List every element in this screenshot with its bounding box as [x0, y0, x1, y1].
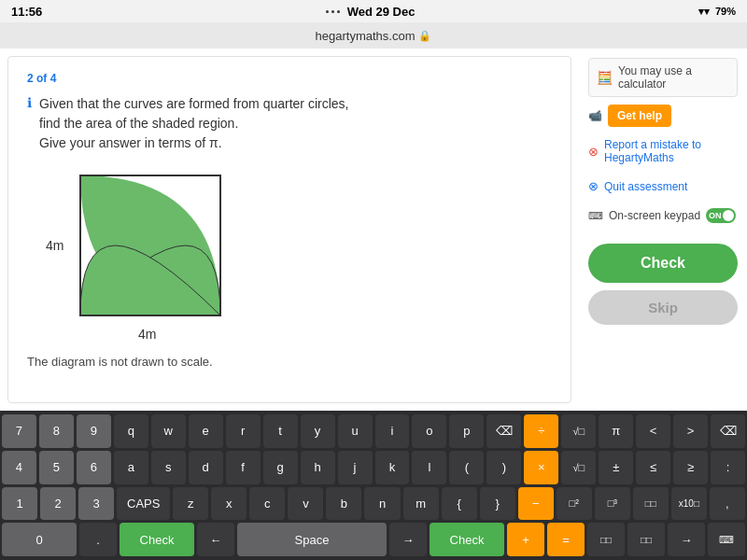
- kb-row-1: 7 8 9 q w e r t y u i o p ⌫ ÷ √□ π < > ⌫: [2, 414, 745, 448]
- key-9[interactable]: 9: [77, 414, 111, 448]
- key-4[interactable]: 4: [2, 451, 36, 484]
- key-h[interactable]: h: [301, 451, 335, 484]
- key-multiply[interactable]: ×: [524, 451, 558, 484]
- key-lt[interactable]: <: [636, 414, 670, 448]
- report-link[interactable]: ⊗ Report a mistake to HegartyMaths: [588, 134, 738, 168]
- toggle-on-label: ON: [709, 211, 722, 220]
- get-help-button[interactable]: Get help: [608, 105, 671, 127]
- keypad-toggle-row: ⌨ On-screen keypad ON: [588, 204, 738, 227]
- key-k[interactable]: k: [375, 451, 410, 484]
- key-o[interactable]: o: [412, 414, 446, 448]
- key-5[interactable]: 5: [39, 451, 74, 484]
- keypad-icon: ⌨: [588, 210, 603, 222]
- key-comma[interactable]: ,: [710, 487, 745, 521]
- key-frac2[interactable]: □□: [627, 523, 665, 556]
- key-6[interactable]: 6: [77, 451, 111, 484]
- key-d[interactable]: d: [189, 451, 223, 484]
- key-a[interactable]: a: [114, 451, 148, 484]
- key-equals[interactable]: =: [547, 523, 585, 556]
- key-sq3[interactable]: □³: [595, 487, 630, 521]
- key-x[interactable]: x: [211, 487, 247, 521]
- key-t[interactable]: t: [263, 414, 298, 448]
- key-arrow-left[interactable]: ←: [197, 523, 234, 556]
- key-g[interactable]: g: [263, 451, 298, 484]
- key-close-paren[interactable]: ): [486, 451, 521, 484]
- video-icon: 📹: [588, 109, 602, 122]
- key-space[interactable]: Space: [237, 523, 387, 556]
- key-u[interactable]: u: [338, 414, 373, 448]
- key-sq2[interactable]: □²: [557, 487, 592, 521]
- status-day: Wed 29 Dec: [347, 5, 416, 19]
- key-sqrt-box[interactable]: √□: [561, 414, 596, 448]
- quit-link[interactable]: ⊗ Quit assessment: [588, 175, 738, 197]
- key-8[interactable]: 8: [39, 414, 74, 448]
- status-right: ▾▾ 79%: [698, 6, 736, 18]
- key-arrow-right[interactable]: →: [389, 523, 427, 556]
- key-f[interactable]: f: [226, 451, 261, 484]
- key-7[interactable]: 7: [2, 414, 36, 448]
- key-check-right[interactable]: Check: [430, 523, 504, 556]
- key-caps[interactable]: CAPS: [117, 487, 170, 521]
- battery-level: 79%: [715, 6, 736, 17]
- key-keyboard-icon[interactable]: ⌨: [708, 523, 745, 556]
- key-pi[interactable]: π: [599, 414, 633, 448]
- key-w[interactable]: w: [151, 414, 186, 448]
- key-m[interactable]: m: [403, 487, 439, 521]
- key-plusminus[interactable]: ±: [599, 451, 633, 484]
- key-backspace-1[interactable]: ⌫: [486, 414, 521, 448]
- right-panel: 🧮 You may use a calculator 📹 Get help ⊗ …: [579, 49, 747, 411]
- keypad-toggle-switch[interactable]: ON: [706, 208, 736, 223]
- kb-row-3: 1 2 3 CAPS z x c v b n m { } − □² □³ □□ …: [2, 487, 745, 521]
- key-geq[interactable]: ≥: [673, 451, 708, 484]
- key-z[interactable]: z: [173, 487, 208, 521]
- question-text: ℹ Given that the curves are formed from …: [27, 94, 552, 153]
- key-x10[interactable]: x10□: [671, 487, 707, 521]
- key-arrow-right-2[interactable]: →: [668, 523, 705, 556]
- key-plus[interactable]: +: [507, 523, 544, 556]
- key-r[interactable]: r: [226, 414, 261, 448]
- question-counter: 2 of 4: [27, 72, 552, 85]
- key-divide[interactable]: ÷: [524, 414, 558, 448]
- key-check-left[interactable]: Check: [120, 523, 194, 556]
- question-line2: find the area of the shaded region.: [39, 114, 348, 133]
- url-text: hegartymaths.com: [316, 29, 416, 43]
- question-line1: Given that the curves are formed from qu…: [39, 94, 348, 114]
- key-close-brace[interactable]: }: [480, 487, 515, 521]
- key-colon[interactable]: :: [711, 451, 745, 484]
- key-backspace-2[interactable]: ⌫: [711, 414, 745, 448]
- key-leq[interactable]: ≤: [636, 451, 670, 484]
- key-gt[interactable]: >: [673, 414, 708, 448]
- report-icon: ⊗: [588, 145, 599, 159]
- key-0[interactable]: 0: [2, 523, 77, 556]
- diagram-area: 4m: [46, 166, 230, 342]
- check-button-main[interactable]: Check: [588, 244, 738, 283]
- key-l[interactable]: l: [412, 451, 446, 484]
- key-q[interactable]: q: [114, 414, 148, 448]
- key-e[interactable]: e: [189, 414, 223, 448]
- kb-row-2: 4 5 6 a s d f g h j k l ( ) × √□ ± ≤ ≥ :: [2, 451, 745, 484]
- diagram-left-label: 4m: [46, 238, 63, 253]
- key-minus[interactable]: −: [518, 487, 554, 521]
- key-i[interactable]: i: [375, 414, 410, 448]
- key-frac1[interactable]: □□: [587, 523, 625, 556]
- key-sqrt-box2[interactable]: √□: [561, 451, 596, 484]
- key-j[interactable]: j: [338, 451, 373, 484]
- key-open-brace[interactable]: {: [442, 487, 477, 521]
- key-y[interactable]: y: [301, 414, 335, 448]
- key-1[interactable]: 1: [2, 487, 37, 521]
- key-n[interactable]: n: [364, 487, 400, 521]
- key-open-paren[interactable]: (: [449, 451, 484, 484]
- key-p[interactable]: p: [449, 414, 484, 448]
- key-3[interactable]: 3: [78, 487, 114, 521]
- report-label: Report a mistake to HegartyMaths: [604, 138, 738, 164]
- key-dot[interactable]: .: [79, 523, 117, 556]
- kb-row-4: 0 . Check ← Space → Check + = □□ □□ → ⌨: [2, 523, 745, 556]
- key-s[interactable]: s: [151, 451, 186, 484]
- key-c[interactable]: c: [249, 487, 285, 521]
- key-2[interactable]: 2: [40, 487, 76, 521]
- key-v[interactable]: v: [288, 487, 323, 521]
- url-bar: hegartymaths.com 🔒: [0, 22, 747, 49]
- skip-button[interactable]: Skip: [588, 290, 738, 325]
- key-b[interactable]: b: [326, 487, 361, 521]
- key-box-box[interactable]: □□: [633, 487, 669, 521]
